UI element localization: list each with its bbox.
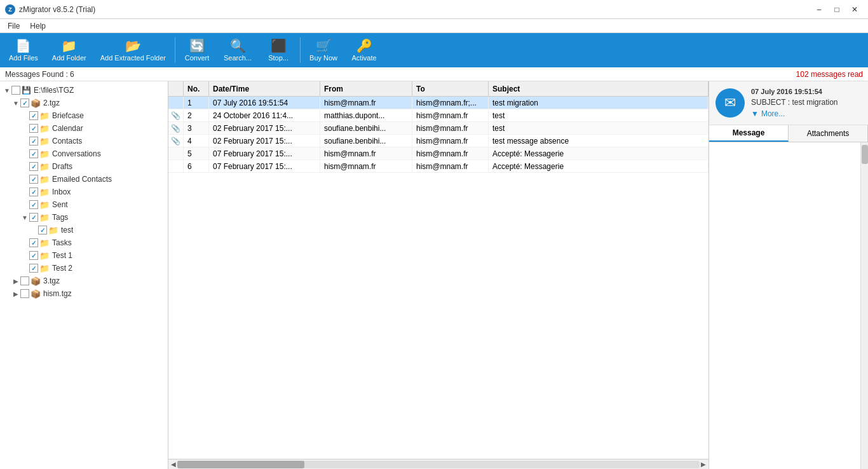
cell-to-4: hism@mnam.fr	[412, 135, 489, 147]
tree-item-3tgz[interactable]: ▶ 📦 3.tgz	[0, 275, 168, 287]
toolbar-separator-1	[175, 37, 175, 63]
add-folder-button[interactable]: 📁 Add Folder	[46, 34, 93, 66]
expander-test2[interactable]: ▶	[20, 265, 29, 272]
tree-item-test1[interactable]: ▶ 📁 Test 1	[0, 249, 168, 262]
expander-sent[interactable]: ▶	[20, 201, 29, 208]
tree-item-hism-tgz[interactable]: ▶ 📦 hism.tgz	[0, 287, 168, 300]
tree-item-calendar[interactable]: ▶ 📁 Calendar	[0, 122, 168, 135]
buy-now-button[interactable]: 🛒 Buy Now	[303, 34, 344, 66]
table-row[interactable]: 📎 3 02 February 2017 15:... soufiane.ben…	[168, 122, 709, 135]
col-header-to[interactable]: To	[412, 81, 489, 96]
menu-bar: File Help	[0, 19, 868, 33]
tab-attachments[interactable]: Attachments	[789, 125, 868, 142]
tree-item-root[interactable]: ▼ 💾 E:\files\TGZ	[0, 84, 168, 97]
col-header-datetime[interactable]: Date/Time	[209, 81, 320, 96]
expander-calendar[interactable]: ▶	[20, 125, 29, 132]
search-button[interactable]: 🔍 Search...	[217, 34, 258, 66]
tree-label-test2: Test 2	[52, 264, 72, 273]
checkbox-hism-tgz[interactable]	[20, 289, 29, 298]
checkbox-test2[interactable]	[29, 264, 38, 273]
tree-item-contacts[interactable]: ▶ 📁 Contacts	[0, 135, 168, 147]
stop-button[interactable]: ⬛ Stop...	[259, 34, 297, 66]
expander-tasks[interactable]: ▶	[20, 240, 29, 247]
checkbox-test1[interactable]	[29, 251, 38, 260]
tree-item-inbox[interactable]: ▶ 📁 Inbox	[0, 186, 168, 198]
messages-read-status: 102 messages read	[796, 70, 863, 79]
tree-item-conversations[interactable]: ▶ 📁 Conversations	[0, 147, 168, 160]
expander-tags[interactable]: ▼	[20, 214, 29, 221]
preview-subject: SUBJECT : test migration	[751, 98, 862, 107]
checkbox-conversations[interactable]	[29, 149, 38, 158]
expander-conversations[interactable]: ▶	[20, 151, 29, 158]
scroll-right-btn[interactable]: ▶	[700, 461, 707, 468]
tree-label-inbox: Inbox	[52, 187, 71, 196]
expander-briefcase[interactable]: ▶	[20, 112, 29, 119]
add-files-button[interactable]: 📄 Add Files	[3, 34, 44, 66]
preview-header: ✉ 07 July 2016 19:51:54 SUBJECT : test m…	[709, 81, 868, 125]
tree-item-emailed-contacts[interactable]: ▶ 📁 Emailed Contacts	[0, 173, 168, 186]
checkbox-inbox[interactable]	[29, 187, 38, 196]
checkbox-contacts[interactable]	[29, 137, 38, 146]
tree-item-drafts[interactable]: ▶ 📁 Drafts	[0, 160, 168, 173]
checkbox-calendar[interactable]	[29, 124, 38, 133]
tree-label-2tgz: 2.tgz	[43, 99, 60, 107]
checkbox-root[interactable]	[11, 86, 20, 95]
tree-item-test-tag[interactable]: ▶ 📁 test	[0, 224, 168, 236]
menu-file[interactable]: File	[3, 20, 25, 32]
expander-3tgz[interactable]: ▶	[11, 278, 20, 285]
activate-button[interactable]: 🔑 Activate	[345, 34, 383, 66]
expander-inbox[interactable]: ▶	[20, 189, 29, 196]
preview-scrollbar-thumb[interactable]	[862, 145, 868, 164]
menu-help[interactable]: Help	[25, 20, 51, 32]
table-row[interactable]: 5 07 February 2017 15:... hism@mnam.fr h…	[168, 147, 709, 160]
add-extracted-folder-button[interactable]: 📂 Add Extracted Folder	[94, 34, 172, 66]
tree-label-sent: Sent	[52, 200, 68, 209]
checkbox-tags[interactable]	[29, 213, 38, 222]
checkbox-2tgz[interactable]	[20, 99, 29, 107]
table-row[interactable]: 📎 2 24 October 2016 11:4... matthias.dup…	[168, 109, 709, 122]
scroll-left-btn[interactable]: ◀	[170, 461, 177, 468]
expander-emailed-contacts[interactable]: ▶	[20, 176, 29, 183]
checkbox-3tgz[interactable]	[20, 276, 29, 285]
expander-hism-tgz[interactable]: ▶	[11, 290, 20, 297]
checkbox-test-tag[interactable]	[38, 226, 47, 234]
close-button[interactable]: ✕	[846, 3, 863, 16]
col-header-attachment[interactable]	[168, 81, 184, 96]
minimize-button[interactable]: –	[811, 3, 827, 16]
expander-root[interactable]: ▼	[3, 87, 11, 94]
expander-test1[interactable]: ▶	[20, 252, 29, 259]
checkbox-briefcase[interactable]	[29, 111, 38, 120]
expander-drafts[interactable]: ▶	[20, 163, 29, 170]
cell-dt-5: 07 February 2017 15:...	[209, 147, 320, 160]
expander-2tgz[interactable]: ▼	[11, 100, 20, 107]
table-row[interactable]: 📎 4 02 February 2017 15:... soufiane.ben…	[168, 135, 709, 147]
tree-item-sent[interactable]: ▶ 📁 Sent	[0, 198, 168, 211]
checkbox-drafts[interactable]	[29, 162, 38, 171]
checkbox-tasks[interactable]	[29, 238, 38, 247]
tree-item-test2[interactable]: ▶ 📁 Test 2	[0, 262, 168, 275]
horizontal-scrollbar[interactable]	[177, 461, 700, 468]
preview-more-button[interactable]: ▼ More...	[751, 109, 862, 118]
col-header-no[interactable]: No.	[184, 81, 209, 96]
checkbox-sent[interactable]	[29, 200, 38, 209]
tree-item-tasks[interactable]: ▶ 📁 Tasks	[0, 236, 168, 249]
horizontal-scrollbar-thumb[interactable]	[177, 461, 304, 468]
tab-message[interactable]: Message	[709, 125, 789, 142]
table-row[interactable]: 6 07 February 2017 15:... hism@mnam.fr h…	[168, 160, 709, 173]
table-row[interactable]: 1 07 July 2016 19:51:54 hism@mnam.fr his…	[168, 97, 709, 109]
preview-scrollbar[interactable]	[860, 142, 868, 469]
col-header-subject[interactable]: Subject	[489, 81, 709, 96]
tree-item-tags[interactable]: ▼ 📁 Tags	[0, 211, 168, 224]
checkbox-emailed-contacts[interactable]	[29, 175, 38, 184]
col-header-from[interactable]: From	[320, 81, 412, 96]
maximize-button[interactable]: □	[829, 3, 845, 16]
expander-contacts[interactable]: ▶	[20, 138, 29, 145]
cell-from-5: hism@mnam.fr	[320, 147, 412, 160]
convert-button[interactable]: 🔄 Convert	[178, 34, 216, 66]
cell-dt-3: 02 February 2017 15:...	[209, 122, 320, 134]
tree-item-briefcase[interactable]: ▶ 📁 Briefcase	[0, 109, 168, 122]
email-avatar: ✉	[715, 88, 745, 118]
tree-item-2tgz[interactable]: ▼ 📦 2.tgz	[0, 97, 168, 109]
expander-test-tag[interactable]: ▶	[29, 227, 38, 234]
tree-label-drafts: Drafts	[52, 162, 72, 171]
